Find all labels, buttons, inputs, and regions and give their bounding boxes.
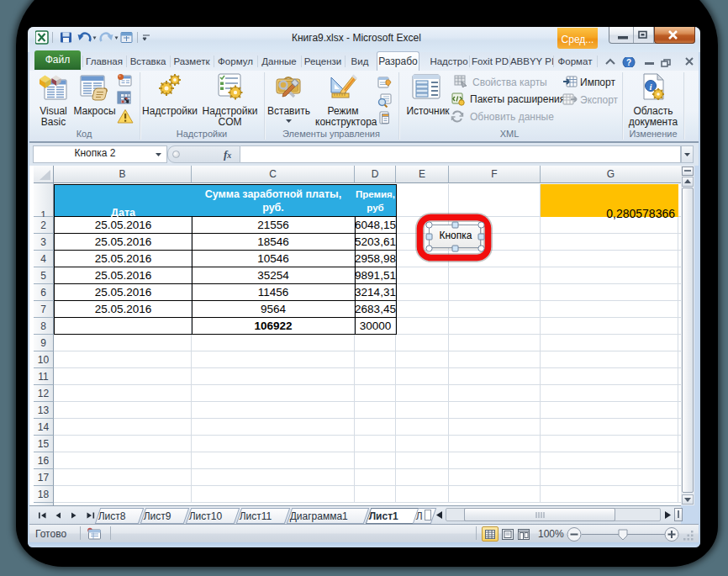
svg-text:?: ? (626, 58, 631, 67)
